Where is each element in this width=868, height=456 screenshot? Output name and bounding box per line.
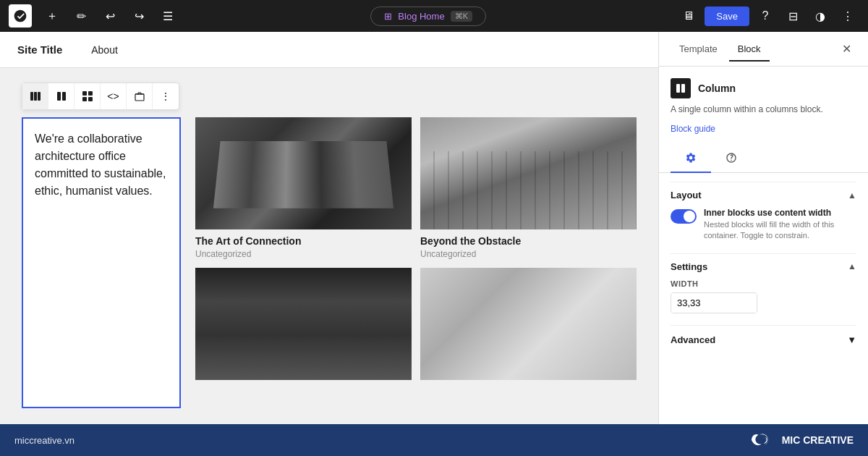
svg-rect-6 [88, 91, 93, 96]
card-title-2: Beyond the Obstacle [420, 235, 637, 247]
footer-domain: miccreative.vn [14, 435, 75, 446]
column-text-content: We're a collaborative architecture offic… [35, 132, 166, 197]
layout-section-header[interactable]: Layout ▲ [671, 182, 856, 208]
panel-close-button[interactable]: ✕ [836, 39, 856, 59]
site-title: Site Title [17, 43, 62, 56]
tab-block[interactable]: Block [729, 38, 770, 62]
width-input[interactable] [671, 293, 757, 313]
advanced-header[interactable]: Advanced ▼ [671, 326, 856, 354]
panel-header: Template Block ✕ [659, 32, 868, 67]
svg-rect-9 [135, 94, 144, 101]
toggle-text: Inner blocks use content width Nested bl… [704, 208, 856, 242]
toggle-label: Inner blocks use content width [704, 208, 856, 218]
column-view-button[interactable] [48, 83, 75, 109]
settings-section-header[interactable]: Settings ▲ [671, 253, 856, 279]
svg-rect-3 [57, 92, 61, 101]
svg-rect-8 [88, 97, 93, 101]
column-block-icon [671, 78, 691, 98]
block-info-header: Column [671, 78, 856, 98]
site-header: Site Title About [0, 32, 658, 68]
toggle-desc: Nested blocks will fill the width of thi… [704, 219, 856, 242]
canvas-content: <> ⋮ We're a collaborative architecture … [0, 68, 658, 431]
save-button[interactable]: Save [705, 7, 749, 26]
view-button[interactable]: 🖥 [677, 4, 700, 28]
svg-rect-5 [82, 91, 87, 96]
blog-home-icon: ⊞ [384, 11, 392, 22]
theme-button[interactable]: ◑ [809, 4, 832, 28]
inspector-button[interactable]: ⊟ [781, 4, 804, 28]
settings-section: Settings ▲ WIDTH % [671, 253, 856, 313]
card-title-1: The Art of Connection [195, 235, 412, 247]
delete-button[interactable] [127, 83, 153, 109]
block-guide-link[interactable]: Block guide [671, 124, 715, 134]
toolbar-center: ⊞ Blog Home ⌘K [185, 7, 671, 26]
more-options-button[interactable]: ⋮ [836, 4, 859, 28]
text-column[interactable]: We're a collaborative architecture offic… [22, 117, 181, 408]
settings-tabs [659, 146, 868, 173]
columns-view-button[interactable] [22, 83, 48, 109]
settings-label: Settings [671, 261, 707, 272]
redo-button[interactable]: ↪ [127, 4, 150, 28]
images-column: The Art of Connection Uncategorized Beyo… [195, 117, 637, 408]
grid-view-button[interactable] [75, 83, 101, 109]
top-toolbar: ＋ ✏ ↩ ↪ ☰ ⊞ Blog Home ⌘K 🖥 Save ? ⊟ ◑ ⋮ [0, 0, 868, 32]
svg-rect-11 [676, 84, 680, 93]
image-arch3 [195, 268, 412, 380]
width-label: WIDTH [671, 279, 856, 288]
layout-section: Layout ▲ Inner blocks use content width … [671, 182, 856, 242]
code-view-button[interactable]: <> [101, 83, 127, 109]
image-card-4 [420, 268, 637, 380]
right-panel: Template Block ✕ Column A single column … [658, 32, 868, 456]
svg-rect-12 [681, 84, 685, 93]
layout-row: Inner blocks use content width Nested bl… [671, 208, 856, 242]
canvas-area: Site Title About <> [0, 32, 658, 456]
tab-template[interactable]: Template [671, 38, 726, 62]
toolbar-right: 🖥 Save ? ⊟ ◑ ⋮ [677, 4, 859, 28]
edit-button[interactable]: ✏ [69, 4, 93, 28]
footer-brand: MIC CREATIVE [746, 430, 854, 450]
blog-home-label: Blog Home [398, 11, 444, 22]
columns-layout: We're a collaborative architecture offic… [22, 117, 637, 408]
image-arch1 [195, 117, 412, 229]
wp-logo[interactable] [9, 4, 32, 28]
layout-label: Layout [671, 190, 702, 200]
footer-brand-label: MIC CREATIVE [782, 434, 854, 446]
settings-chevron-icon: ▲ [848, 261, 856, 271]
image-arch4 [420, 268, 637, 380]
svg-rect-2 [38, 92, 41, 101]
settings-tab-styles[interactable] [711, 146, 752, 173]
card-category-2: Uncategorized [420, 249, 637, 259]
more-block-options-button[interactable]: ⋮ [153, 83, 179, 109]
help-button[interactable]: ? [754, 4, 777, 28]
add-block-button[interactable]: ＋ [41, 4, 64, 28]
main-layout: Site Title About <> [0, 32, 868, 456]
shortcut-badge: ⌘K [451, 11, 472, 22]
advanced-chevron-icon: ▼ [847, 334, 856, 345]
content-width-toggle[interactable] [671, 209, 697, 224]
layout-chevron-icon: ▲ [848, 190, 856, 200]
advanced-section: Advanced ▼ [671, 325, 856, 354]
code-icon: <> [107, 90, 119, 102]
blog-home-button[interactable]: ⊞ Blog Home ⌘K [370, 7, 486, 26]
block-toolbar: <> ⋮ [22, 83, 179, 110]
block-description: A single column within a columns block. [671, 103, 856, 116]
svg-rect-0 [30, 92, 33, 101]
undo-button[interactable]: ↩ [98, 4, 122, 28]
panel-body: Column A single column within a columns … [659, 67, 868, 456]
block-info: Column A single column within a columns … [671, 78, 856, 135]
nav-about-link[interactable]: About [91, 44, 118, 56]
svg-rect-7 [82, 97, 87, 101]
settings-tab-settings[interactable] [671, 146, 711, 173]
advanced-label: Advanced [671, 334, 715, 345]
list-view-button[interactable]: ☰ [156, 4, 179, 28]
image-card-3 [195, 268, 412, 380]
image-arch2 [420, 117, 637, 229]
block-name: Column [698, 83, 736, 94]
card-category-1: Uncategorized [195, 249, 412, 259]
image-card-1: The Art of Connection Uncategorized [195, 117, 412, 259]
svg-rect-4 [62, 92, 66, 101]
mic-creative-logo [746, 430, 775, 450]
image-card-2: Beyond the Obstacle Uncategorized [420, 117, 637, 259]
image-grid: The Art of Connection Uncategorized Beyo… [195, 117, 637, 380]
footer: miccreative.vn MIC CREATIVE [0, 424, 868, 456]
